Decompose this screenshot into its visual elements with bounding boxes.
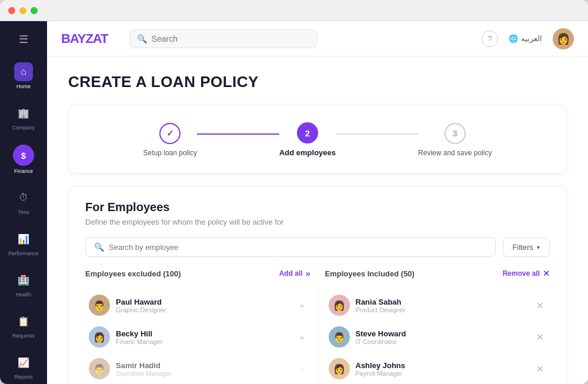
- included-column: Employees Included (50) Remove all ✕ 👩: [318, 269, 550, 384]
- remove-employee-button[interactable]: ✕: [534, 361, 546, 377]
- employee-info: Steve Howard IT Coordinator: [356, 329, 529, 345]
- forward-icon: »: [300, 301, 304, 310]
- close-all-icon: ✕: [543, 269, 550, 278]
- filter-label: Filters: [513, 243, 533, 252]
- section-description: Define the employees for whom the policy…: [85, 218, 550, 226]
- step-circle-setup: ✓: [159, 123, 181, 144]
- employee-role: Operation Manager: [116, 370, 292, 377]
- finance-icon: $: [21, 151, 26, 161]
- company-icon: 🏢: [18, 108, 29, 119]
- add-all-label: Add all: [279, 269, 303, 278]
- remove-all-label: Remove all: [503, 269, 540, 278]
- employee-name: Rania Sabah: [356, 298, 529, 306]
- reports-icon: 📈: [18, 357, 29, 368]
- employee-search-input[interactable]: [109, 243, 487, 252]
- excluded-title: Employees excluded (100): [85, 269, 181, 278]
- table-row: 👨 Samir Hadid Operation Manager »: [85, 353, 310, 384]
- employee-name: Ashley Johns: [356, 361, 529, 370]
- table-row: 👩 Rania Sabah Product Designer ✕: [325, 290, 550, 320]
- employee-name: Steve Howard: [356, 329, 529, 338]
- menu-icon[interactable]: ☰: [14, 28, 33, 51]
- avatar-image: 👩: [557, 32, 570, 45]
- employee-role: IT Coordinator: [356, 338, 529, 345]
- forward-icon: »: [300, 333, 304, 342]
- logo-text: BAYZAT: [61, 31, 108, 46]
- sidebar-item-finance[interactable]: $ Finance: [0, 139, 47, 180]
- sidebar-item-time[interactable]: ⏱ Time: [0, 182, 47, 221]
- add-employee-button[interactable]: »: [298, 330, 306, 344]
- employee-role: Product Designer: [356, 306, 529, 313]
- requests-icon: 📋: [18, 316, 29, 327]
- close-dot[interactable]: [8, 7, 15, 14]
- sidebar-item-health[interactable]: 🏥 Health: [0, 265, 47, 303]
- step-review: 3 Review and save policy: [418, 123, 492, 157]
- app-window: ☰ ⌂ Home 🏢 Company $ Finance: [0, 0, 588, 384]
- stepper-card: ✓ Setup loan policy 2 Add employees 3 Re…: [68, 105, 567, 174]
- add-employee-button[interactable]: »: [298, 362, 306, 376]
- remove-employee-button[interactable]: ✕: [534, 329, 546, 345]
- step-line-2: [336, 133, 418, 135]
- employee-search-box[interactable]: 🔍: [85, 237, 496, 257]
- sidebar-label-requests: Requests: [12, 333, 35, 339]
- sidebar-label-company: Company: [12, 125, 35, 131]
- forward-icon: »: [300, 365, 304, 373]
- sidebar-item-requests[interactable]: 📋 Requests: [0, 306, 47, 345]
- employee-name: Becky Hill: [116, 329, 292, 338]
- sidebar: ☰ ⌂ Home 🏢 Company $ Finance: [0, 21, 47, 384]
- employees-section-card: For Employees Define the employees for w…: [68, 186, 567, 384]
- avatar: 👨: [329, 326, 350, 348]
- user-avatar[interactable]: 👩: [553, 28, 574, 49]
- included-title: Employees Included (50): [325, 269, 415, 278]
- employee-name: Samir Hadid: [116, 361, 292, 370]
- page-title: CREATE A LOAN POLICY: [68, 73, 567, 91]
- section-title: For Employees: [85, 201, 550, 214]
- language-button[interactable]: 🌐 العربيه: [509, 34, 542, 43]
- employee-info: Becky Hill Financ Manager: [116, 329, 292, 345]
- excluded-column: Employees excluded (100) Add all » 👨: [85, 269, 318, 384]
- sidebar-item-reports[interactable]: 📈 Reports: [0, 347, 47, 384]
- included-header: Employees Included (50) Remove all ✕: [325, 269, 550, 283]
- sidebar-label-time: Time: [18, 209, 29, 215]
- maximize-dot[interactable]: [31, 7, 38, 14]
- nav-right: ? 🌐 العربيه 👩: [482, 28, 574, 49]
- language-label: العربيه: [521, 34, 542, 43]
- employee-role: Graphic Designer: [116, 306, 292, 313]
- performance-icon: 📊: [18, 233, 29, 245]
- sidebar-item-performance[interactable]: 📊 Performance: [0, 223, 47, 262]
- topnav: BAYZAT 🔍 ? 🌐 العربيه 👩: [47, 21, 588, 56]
- step-line-1: [197, 133, 279, 135]
- sidebar-label-reports: Reports: [14, 374, 33, 380]
- search-input[interactable]: [152, 34, 310, 44]
- employee-role: Payroll Manager: [356, 370, 529, 377]
- avatar: 👩: [329, 358, 350, 379]
- step-setup: ✓ Setup loan policy: [143, 123, 197, 157]
- step-add-employees: 2 Add employees: [279, 122, 336, 157]
- add-all-button[interactable]: Add all »: [279, 269, 310, 278]
- remove-employee-button[interactable]: ✕: [534, 298, 546, 313]
- employee-info: Paul Haward Graphic Designer: [116, 298, 292, 313]
- titlebar: [0, 0, 588, 21]
- employee-role: Financ Manager: [116, 338, 292, 345]
- filters-button[interactable]: Filters ▾: [503, 238, 550, 257]
- chevron-down-icon: ▾: [537, 244, 540, 251]
- minimize-dot[interactable]: [19, 7, 26, 14]
- sidebar-label-health: Health: [16, 292, 31, 298]
- app-body: ☰ ⌂ Home 🏢 Company $ Finance: [0, 21, 588, 384]
- employee-columns: Employees excluded (100) Add all » 👨: [85, 269, 550, 384]
- employee-search-icon: 🔍: [94, 242, 104, 252]
- table-row: 👨 Paul Haward Graphic Designer »: [85, 290, 310, 320]
- globe-icon: 🌐: [509, 34, 518, 43]
- remove-all-button[interactable]: Remove all ✕: [503, 269, 550, 278]
- main-content: CREATE A LOAN POLICY ✓ Setup loan policy…: [47, 56, 588, 384]
- employee-info: Samir Hadid Operation Manager: [116, 361, 292, 377]
- table-row: 👨 Steve Howard IT Coordinator ✕: [325, 322, 550, 352]
- employee-info: Rania Sabah Product Designer: [356, 298, 529, 313]
- search-bar[interactable]: 🔍: [129, 29, 318, 48]
- question-mark-icon: ?: [487, 34, 492, 43]
- home-icon: ⌂: [21, 66, 26, 77]
- help-button[interactable]: ?: [482, 31, 498, 47]
- sidebar-item-home[interactable]: ⌂ Home: [0, 56, 47, 95]
- sidebar-item-company[interactable]: 🏢 Company: [0, 98, 47, 136]
- app-logo: BAYZAT: [61, 31, 108, 46]
- add-employee-button[interactable]: »: [298, 299, 306, 312]
